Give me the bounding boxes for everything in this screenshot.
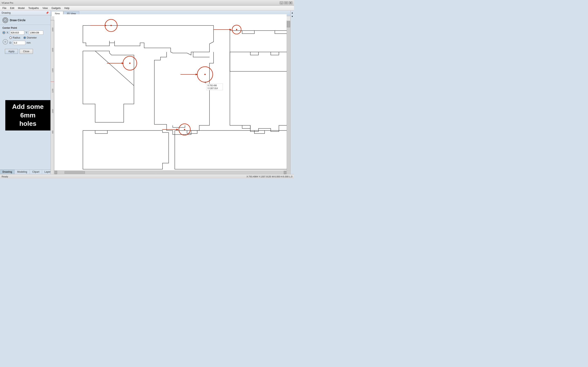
menu-help[interactable]: Help <box>63 6 71 10</box>
main-layout: Drawing 📌 Draw Circle Center Point X: Y <box>0 11 294 174</box>
radius-radio[interactable] <box>9 36 12 39</box>
tooltip-y: Y:1307.914 <box>208 87 218 90</box>
diameter-label: Diameter <box>27 36 37 39</box>
x-coord-row: X: Y: <box>2 31 48 35</box>
svg-line-37 <box>95 51 134 86</box>
status-coords: X:793.4984 Y:1307.9135 W:6.000 H:6.000 L… <box>246 175 292 178</box>
svg-rect-36 <box>230 31 287 71</box>
diameter-radio-item[interactable]: Diameter <box>24 36 37 39</box>
button-row: Apply Close <box>2 48 48 55</box>
window-controls[interactable]: _ □ X <box>280 1 292 4</box>
drawing-canvas[interactable]: X:793.498 Y:1307.914 <box>54 14 287 174</box>
center-point-section: Center Point X: Y: <box>0 25 51 56</box>
toolbar-btn[interactable]: ▲ <box>291 11 294 14</box>
overlay-line2: holes <box>9 119 46 128</box>
circle-center <box>181 67 213 83</box>
canvas-svg[interactable]: X:793.498 Y:1307.914 <box>54 14 287 174</box>
toolbar-btn2[interactable]: ▼ <box>291 15 294 18</box>
circle-tool-icon <box>2 17 8 23</box>
circle-topright <box>214 25 241 34</box>
diameter-row: D: mm <box>9 41 37 45</box>
svg-point-49 <box>129 63 130 64</box>
x-input[interactable] <box>10 31 24 35</box>
pin-icon[interactable]: 📌 <box>46 11 49 14</box>
right-toolbar: ▲ ▼ <box>290 11 294 174</box>
draw-circle-header: Draw Circle <box>0 15 51 25</box>
svg-text:1000: 1000 <box>52 109 54 113</box>
close-button[interactable]: Close <box>20 49 33 54</box>
part-outline-center <box>154 52 214 134</box>
menu-edit[interactable]: Edit <box>8 6 16 10</box>
svg-text:1400: 1400 <box>52 68 54 72</box>
svg-text:1800: 1800 <box>52 27 54 32</box>
horizontal-scrollbar[interactable] <box>54 170 287 174</box>
close-button[interactable]: X <box>289 1 292 4</box>
ruler-vertical: 1800 1600 1400 1200 1000 800 <box>51 20 54 174</box>
svg-point-45 <box>236 29 237 30</box>
tooltip-x: X:793.498 <box>208 84 217 87</box>
svg-marker-43 <box>229 29 232 30</box>
menu-toolpaths[interactable]: Toolpaths <box>27 6 40 10</box>
overlay-line1: Add some 6mm <box>9 103 46 119</box>
circle-bottom <box>162 124 190 135</box>
svg-point-2 <box>3 39 8 44</box>
svg-text:1600: 1600 <box>52 48 54 52</box>
panel-title: Drawing <box>2 11 11 14</box>
tab-clipart[interactable]: Clipart <box>30 170 42 174</box>
svg-text:800: 800 <box>52 131 54 133</box>
maximize-button[interactable]: □ <box>284 1 288 4</box>
menu-gadgets[interactable]: Gadgets <box>50 6 62 10</box>
overlay-text: Add some 6mm holes <box>5 100 51 131</box>
status-ready: Ready <box>2 175 8 178</box>
unit-label: mm <box>26 42 31 44</box>
bottom-tab-bar: Drawing Modeling Clipart Layers <box>0 169 51 174</box>
panel-header: Drawing 📌 <box>0 11 51 15</box>
part-outline-right <box>230 52 287 132</box>
coord-radio-x <box>2 31 5 34</box>
d-label: D: <box>9 42 12 44</box>
circle-leftmid <box>107 56 137 70</box>
app-title: VCarve Pro <box>2 2 13 4</box>
menu-view[interactable]: View <box>41 6 49 10</box>
apply-button[interactable]: Apply <box>5 49 18 54</box>
part-outline-bottomright <box>175 131 287 169</box>
y-label: Y: <box>26 31 28 34</box>
svg-point-53 <box>204 74 206 75</box>
title-bar: VCarve Pro _ □ X <box>0 0 294 6</box>
radius-radio-item[interactable]: Radius <box>9 36 20 39</box>
tab-modeling[interactable]: Modeling <box>15 170 30 174</box>
status-bar: Ready X:793.4984 Y:1307.9135 W:6.000 H:6… <box>0 174 294 179</box>
x-label: X: <box>7 31 9 34</box>
diameter-radio[interactable] <box>24 36 26 39</box>
svg-point-41 <box>111 25 112 26</box>
tab-drawing[interactable]: Drawing <box>0 170 15 174</box>
minimize-button[interactable]: _ <box>280 1 283 4</box>
part-outline-bottomleft <box>83 131 169 169</box>
part-outline-topright <box>230 31 287 71</box>
center-point-label: Center Point <box>2 26 48 29</box>
draw-circle-title: Draw Circle <box>10 18 26 22</box>
svg-point-60 <box>184 129 185 130</box>
part-outline-topleft <box>83 25 214 55</box>
radius-diameter-group: Radius Diameter <box>9 36 37 39</box>
y-input[interactable] <box>29 31 43 35</box>
radius-label: Radius <box>13 36 20 39</box>
menu-bar: File Edit Model Toolpaths View Gadgets H… <box>0 6 294 11</box>
svg-text:1200: 1200 <box>52 89 54 93</box>
svg-point-3 <box>5 41 6 42</box>
menu-file[interactable]: File <box>1 6 8 10</box>
svg-marker-58 <box>176 129 179 130</box>
svg-point-1 <box>5 20 6 21</box>
vertical-scrollbar[interactable] <box>287 20 290 174</box>
canvas-area: New 3D View 0 400 800 1200 <box>51 11 290 174</box>
radius-diameter-icon <box>2 39 8 45</box>
part-outline-leftmid <box>83 51 134 122</box>
menu-model[interactable]: Model <box>16 6 26 10</box>
diameter-input[interactable] <box>13 41 25 45</box>
left-panel: Drawing 📌 Draw Circle Center Point X: Y <box>0 11 51 174</box>
